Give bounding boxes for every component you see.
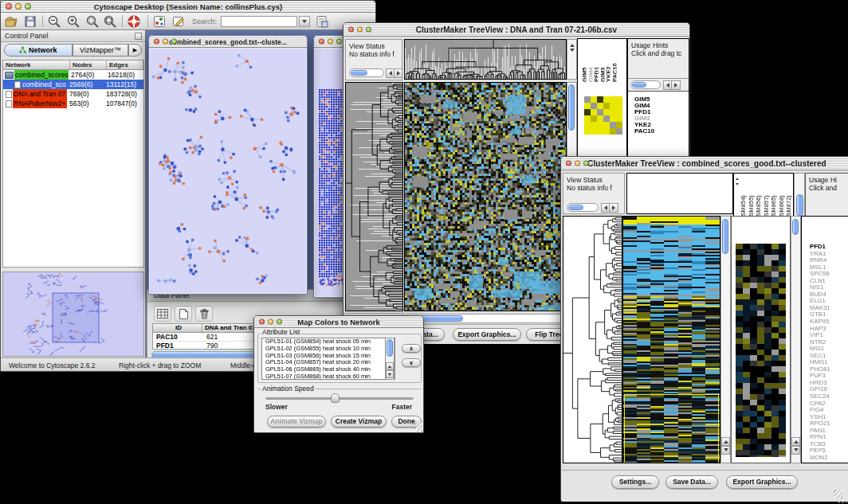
tv1-column-dendrogram-panel[interactable] — [404, 39, 567, 80]
search-input[interactable] — [221, 16, 297, 27]
speed-slider-track[interactable] — [265, 397, 414, 400]
zoom-window-icon[interactable] — [171, 39, 177, 45]
resize-grip[interactable] — [834, 490, 842, 498]
tv1-column-label[interactable]: PFD1 — [592, 41, 599, 82]
close-icon[interactable] — [348, 27, 354, 33]
close-icon[interactable] — [259, 319, 265, 325]
close-icon[interactable] — [6, 3, 12, 10]
scroll-right-icon[interactable] — [395, 68, 402, 78]
network-list-header[interactable]: Network Nodes Edges — [3, 61, 143, 70]
vizmapper-icon[interactable] — [152, 14, 167, 29]
resize-grip[interactable] — [414, 423, 422, 432]
open-icon[interactable] — [4, 14, 18, 29]
close-icon[interactable] — [319, 39, 324, 45]
minimize-icon[interactable] — [163, 39, 168, 45]
zoom-window-icon[interactable] — [25, 3, 31, 10]
export-graphics-button[interactable]: Export Graphics... — [453, 328, 521, 341]
attribute-list-vscrollbar[interactable] — [385, 338, 395, 380]
close-icon[interactable] — [154, 39, 159, 45]
new-attribute-icon[interactable] — [175, 306, 192, 322]
zoom-out-icon[interactable] — [47, 14, 61, 29]
float-panel-icon[interactable] — [135, 33, 142, 40]
network1-canvas-area[interactable] — [150, 49, 306, 293]
tv2-heatmap-vscrollbar[interactable] — [720, 216, 731, 463]
zoom-fit-icon[interactable] — [103, 14, 117, 29]
tv1-column-label[interactable]: GIM3 — [599, 41, 605, 82]
tv2-column-tree-area[interactable] — [626, 173, 733, 214]
scroll-left-icon[interactable] — [663, 80, 672, 90]
scroll-right-icon[interactable] — [672, 80, 681, 90]
table-icon[interactable] — [154, 306, 171, 322]
tv2-zoom-heatmap[interactable] — [736, 244, 786, 457]
scroll-left-icon[interactable] — [601, 203, 610, 213]
tab-network[interactable]: Network — [4, 44, 73, 57]
tv1-row-label[interactable]: PAC10 — [634, 128, 654, 135]
zoom-window-icon[interactable] — [336, 39, 342, 45]
similarity-matrix[interactable] — [584, 96, 622, 135]
minimize-icon[interactable] — [357, 27, 363, 33]
tv1-heatmap-panel[interactable] — [404, 82, 567, 311]
delete-attribute-icon[interactable] — [195, 306, 213, 322]
tv1-column-label[interactable]: PAC10 — [610, 41, 617, 82]
help-icon[interactable] — [127, 14, 141, 29]
minimize-icon[interactable] — [575, 161, 580, 166]
tv1-status-hscrollbar[interactable] — [349, 68, 384, 77]
tv1-top-scroll-strip[interactable] — [567, 39, 577, 80]
dialog-title-bar[interactable]: Map Colors to Network — [254, 316, 423, 328]
animate-vizmap-button[interactable]: Animate Vizmap — [267, 416, 326, 428]
network-list-row[interactable]: combined_sco 2569(6) 13112(15) — [3, 80, 143, 89]
network-list-row[interactable]: DNA and Tran 07 769(0) 183728(0) — [3, 89, 143, 99]
export-graphics-button[interactable]: Export Graphics... — [726, 475, 798, 489]
save-data-button[interactable]: Save Data... — [665, 475, 718, 489]
tv1-column-label[interactable]: YKE2 — [604, 41, 610, 82]
tv2-gene-vscrollbar[interactable] — [791, 216, 801, 463]
tv2-heatmap[interactable] — [623, 217, 720, 463]
tv2-status-hscrollbar[interactable] — [567, 203, 599, 212]
birdseye-canvas[interactable] — [3, 272, 143, 356]
birdseye-view[interactable] — [2, 272, 144, 357]
network-list-row[interactable]: RNAPuberNov2+ 563(0) 107847(0) — [3, 99, 143, 108]
tv1-heatmap[interactable] — [405, 83, 566, 311]
tab-vizmapper[interactable]: VizMapper™ — [73, 44, 128, 57]
move-down-button[interactable]: ∨ — [402, 358, 421, 367]
tv1-column-label[interactable]: GIM4 — [587, 41, 593, 82]
treeview1-title-bar[interactable]: ClusterMaker TreeView : DNA and Tran 07-… — [344, 23, 689, 37]
zoom-window-icon[interactable] — [366, 27, 371, 33]
tv2-row-dendrogram-panel[interactable] — [563, 216, 622, 463]
tv1-hscrollbar[interactable] — [404, 314, 567, 323]
attribute-browser-icon[interactable] — [315, 14, 329, 29]
search-dropdown-icon[interactable] — [299, 16, 310, 27]
tv1-usage-hscrollbar[interactable] — [630, 80, 661, 89]
annotation-icon[interactable] — [171, 14, 186, 29]
zoom-selected-icon[interactable] — [85, 14, 100, 29]
treeview2-title-bar[interactable]: ClusterMaker TreeView : combined_scores_… — [561, 157, 848, 170]
minimize-icon[interactable] — [268, 319, 273, 325]
settings-button[interactable]: Settings... — [611, 475, 659, 489]
minimize-icon[interactable] — [328, 39, 333, 45]
network-list-row[interactable]: combined_scores 2764(0) 16218(0) — [3, 70, 143, 80]
main-title-bar[interactable]: Cytoscape Desktop (Session Name: collins… — [1, 1, 375, 13]
tv1-column-label[interactable]: GIM5 — [580, 41, 587, 82]
move-up-button[interactable]: ∧ — [402, 344, 421, 353]
speed-slider-thumb[interactable] — [331, 393, 340, 403]
tv2-row-dendrogram[interactable] — [563, 217, 622, 463]
save-icon[interactable] — [23, 14, 37, 29]
scroll-left-icon[interactable] — [386, 68, 395, 78]
tv1-row-dendrogram[interactable] — [346, 83, 402, 311]
minimize-icon[interactable] — [15, 3, 22, 10]
tv1-column-dendrogram[interactable] — [405, 40, 566, 79]
attribute-list[interactable]: GPL51-01 (GSM854) heat shock 05 minGPL51… — [261, 338, 395, 380]
zoom-in-icon[interactable] — [66, 14, 80, 29]
zoom-window-icon[interactable] — [583, 161, 589, 166]
close-icon[interactable] — [566, 161, 571, 166]
create-vizmap-button[interactable]: Create Vizmap — [331, 416, 387, 428]
tv2-heatmap-panel[interactable] — [622, 216, 720, 463]
network1-canvas[interactable] — [150, 49, 306, 293]
tab-overflow-icon[interactable]: ▶ — [128, 44, 142, 57]
gene-label[interactable]: MON2 — [810, 455, 848, 462]
scroll-right-icon[interactable] — [610, 203, 618, 213]
zoom-window-icon[interactable] — [277, 319, 282, 325]
network1-title-bar[interactable]: combined_scores_good.txt--cluste... — [149, 36, 307, 48]
attribute-item[interactable]: GPL51-07 (GSM868) heat shock 60 min — [264, 373, 395, 380]
tv1-row-dendrogram-panel[interactable] — [345, 82, 403, 311]
